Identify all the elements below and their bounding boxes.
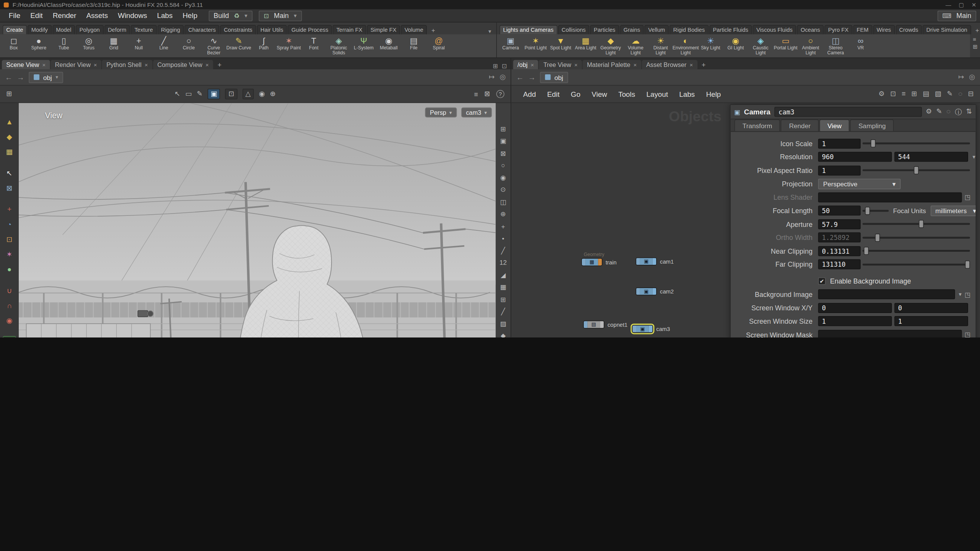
- tool-gi-light[interactable]: ◉ GI Light: [723, 35, 748, 57]
- close-icon[interactable]: ×: [94, 62, 97, 68]
- tool-camera[interactable]: ▣ Camera: [498, 35, 523, 57]
- lasso-select-icon[interactable]: ✎: [197, 90, 203, 98]
- parameter-slider[interactable]: [862, 233, 970, 241]
- tool-caustic-light[interactable]: ◈ Caustic Light: [748, 35, 773, 57]
- tool-null[interactable]: + Null: [126, 35, 151, 57]
- snap-settings-icon[interactable]: ⊕: [270, 90, 276, 98]
- shelf-overflow-icon[interactable]: ▾: [483, 28, 497, 34]
- parameter-tab[interactable]: Transform: [734, 119, 780, 131]
- maximize-button[interactable]: ▢: [959, 2, 964, 8]
- select-mode-icon[interactable]: ↖: [175, 90, 180, 98]
- desktop-build-combo[interactable]: Build ♻ ▾: [209, 10, 252, 21]
- tool-sphere[interactable]: ● Sphere: [26, 35, 51, 57]
- shelf-tab[interactable]: Viscous Fluids: [753, 25, 796, 34]
- link-pane-icon[interactable]: ↦: [489, 73, 495, 81]
- shelf-tab[interactable]: Hair Utils: [257, 25, 287, 34]
- parameter-slider[interactable]: [862, 139, 970, 147]
- pane-tab[interactable]: Render View ×: [51, 60, 101, 69]
- node-display-flag[interactable]: [600, 321, 604, 328]
- node-body[interactable]: ▣: [635, 287, 657, 295]
- parameter-slider[interactable]: [862, 207, 889, 215]
- help-icon[interactable]: ?: [496, 90, 504, 98]
- grid-size-label[interactable]: 12: [500, 258, 507, 266]
- select-objects-toggle[interactable]: ▣: [207, 89, 220, 99]
- tool-grid[interactable]: ▦ Grid: [101, 35, 126, 57]
- projection-menu-button[interactable]: Persp ▾: [425, 108, 457, 117]
- chooser-icon[interactable]: ◳: [964, 291, 972, 298]
- tool-geometry-light[interactable]: ◆ Geometry Light: [598, 35, 623, 57]
- node-input-flag[interactable]: [582, 259, 586, 266]
- shelf-tab[interactable]: Texture: [131, 25, 157, 34]
- shelf-tab[interactable]: Constraints: [220, 25, 256, 34]
- menu-item[interactable]: Help: [178, 11, 203, 21]
- secure-selection-icon[interactable]: ⊠: [3, 183, 16, 193]
- close-icon[interactable]: ×: [531, 62, 534, 68]
- parameter-field[interactable]: 50: [818, 206, 861, 216]
- slider-handle[interactable]: [871, 139, 875, 147]
- parameter-slider[interactable]: [862, 247, 970, 255]
- parameter-field[interactable]: 1: [818, 139, 861, 148]
- chooser-icon[interactable]: ◳: [964, 194, 972, 201]
- parameter-field[interactable]: 0: [894, 303, 968, 313]
- shelf-tab[interactable]: Crowds: [895, 25, 922, 34]
- node-copnet1[interactable]: ▤ copnet1: [583, 321, 627, 329]
- radial-menu-combo[interactable]: ⌨ Main: [938, 10, 977, 21]
- new-pane-tab-button[interactable]: +: [698, 60, 709, 69]
- shelf-tab[interactable]: Simple FX: [367, 25, 400, 34]
- pane-tab[interactable]: Python Shell ×: [102, 60, 152, 69]
- network-menu-item[interactable]: Go: [565, 89, 586, 99]
- forward-icon[interactable]: →: [528, 73, 536, 82]
- shelf-tab[interactable]: Volume: [401, 25, 427, 34]
- tool-vr[interactable]: ∞ VR: [848, 35, 873, 57]
- box-select-icon[interactable]: ▭: [185, 90, 192, 98]
- shelf-tab[interactable]: Wires: [873, 25, 895, 34]
- pin-pane-icon[interactable]: ◎: [500, 73, 506, 81]
- color-palette-icon[interactable]: ▧: [935, 90, 941, 98]
- tool-spray-paint[interactable]: ✶ Spray Paint: [276, 35, 301, 57]
- shelf-tab[interactable]: Characters: [185, 25, 219, 34]
- new-pane-tab-button[interactable]: +: [214, 60, 225, 69]
- parameter-field[interactable]: 960: [818, 152, 892, 162]
- parameter-field[interactable]: 57.9: [818, 219, 861, 229]
- slider-handle[interactable]: [875, 233, 880, 241]
- chooser-icon[interactable]: ◳: [964, 331, 972, 337]
- node-cam3[interactable]: ▣ cam3: [632, 325, 670, 333]
- shelf-tab[interactable]: Guide Process: [287, 25, 332, 34]
- frame-all-icon[interactable]: ◉: [500, 173, 506, 181]
- brush-icon[interactable]: ✎: [936, 107, 942, 116]
- node-display-flag[interactable]: [649, 326, 653, 333]
- updown-icon[interactable]: ⇅: [966, 107, 972, 116]
- tool-point-light[interactable]: ✶ Point Light: [523, 35, 548, 57]
- node-shape-icon[interactable]: ⊡: [890, 90, 896, 98]
- shelf-tab[interactable]: Pyro FX: [825, 25, 853, 34]
- node-body[interactable]: ▦: [581, 258, 603, 266]
- tool-ambient-light[interactable]: ○ Ambient Light: [798, 35, 823, 57]
- node-display-flag[interactable]: [598, 259, 602, 266]
- tool-environment-light[interactable]: ◐ Environment Light: [673, 35, 698, 57]
- camera-view-icon[interactable]: ▣: [500, 137, 506, 145]
- tool-draw-curve[interactable]: ✎ Draw Curve: [226, 35, 251, 57]
- pane-tab[interactable]: Material Palette ×: [583, 60, 641, 69]
- shelf-tab[interactable]: Particles: [590, 25, 619, 34]
- menu-item[interactable]: Render: [48, 11, 82, 21]
- menu-item[interactable]: Edit: [25, 11, 47, 21]
- shelf-tab[interactable]: Deform: [104, 25, 130, 34]
- parameter-field[interactable]: 0.13131: [818, 246, 861, 256]
- network-menu-item[interactable]: View: [586, 89, 613, 99]
- slider-handle[interactable]: [965, 260, 970, 268]
- template-display-icon[interactable]: ▨: [500, 319, 506, 327]
- slider-handle[interactable]: [914, 166, 919, 174]
- close-icon[interactable]: ×: [689, 62, 693, 68]
- scale-tool-icon[interactable]: ⊡: [3, 234, 16, 244]
- shelf-tab[interactable]: Rigid Bodies: [670, 25, 709, 34]
- shelf-tab[interactable]: Lights and Cameras: [499, 25, 557, 34]
- menu-arrow-icon[interactable]: ▾: [971, 154, 976, 160]
- parameter-field[interactable]: 544: [894, 152, 968, 162]
- menu-item[interactable]: Windows: [113, 11, 152, 21]
- shelf-tab[interactable]: Collisions: [558, 25, 589, 34]
- tool-box[interactable]: ◻ Box: [1, 35, 26, 57]
- menu-item[interactable]: File: [4, 11, 25, 21]
- tool-metaball[interactable]: ◉ Metaball: [376, 35, 401, 57]
- close-icon[interactable]: ×: [574, 62, 578, 68]
- pin-pane-icon[interactable]: ◎: [969, 73, 975, 81]
